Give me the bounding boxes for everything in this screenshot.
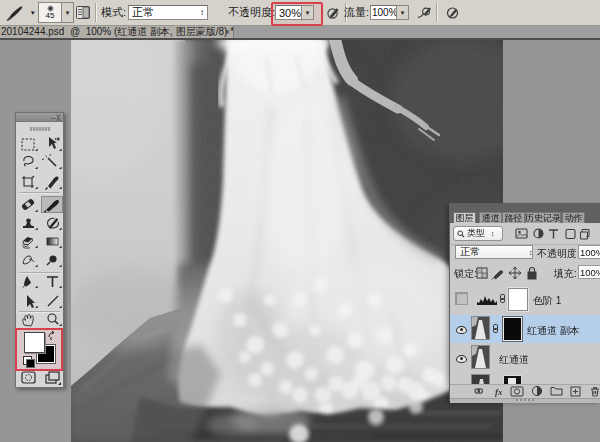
svg-text:fx: fx — [495, 387, 503, 397]
